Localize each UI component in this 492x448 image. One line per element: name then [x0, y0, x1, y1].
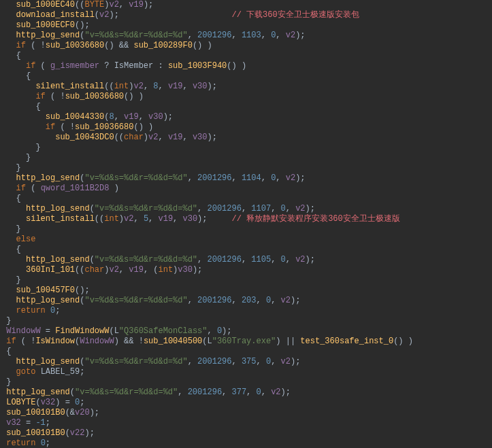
var: v2 [295, 255, 305, 264]
prefix: L [208, 337, 212, 346]
type: char [124, 133, 144, 142]
fn: 360InI_101 [26, 265, 75, 275]
num: 2001296 [197, 357, 231, 366]
str: "v=%d&s=%d&r=%d&d=%d" [84, 357, 187, 366]
num: 203 [242, 296, 257, 305]
num: 1103 [242, 31, 261, 40]
num: 2001296 [207, 204, 241, 213]
var: v2 [271, 387, 280, 397]
var: v2 [286, 31, 295, 40]
var: v19 [124, 112, 139, 122]
var: v2 [109, 265, 118, 275]
kw: if [35, 92, 45, 101]
fn: IsWindow [35, 337, 75, 346]
prefix: L [114, 326, 119, 336]
fn: sub_10043DC0 [55, 133, 114, 142]
type: int [114, 82, 129, 91]
var: v2 [281, 357, 291, 366]
var: v30 [148, 112, 163, 122]
var: v20 [75, 408, 90, 417]
var: WindowW [6, 326, 40, 336]
num: 0 [50, 306, 55, 315]
fn: sub_10036680 [46, 41, 104, 50]
var: v2 [133, 82, 143, 91]
num: 0 [75, 398, 80, 407]
num: 0 [41, 438, 46, 448]
str: "360Tray.exe" [212, 337, 276, 346]
fn: sub_1003F940 [168, 61, 227, 71]
var: qword_1011B2D8 [41, 184, 110, 193]
var: v19 [168, 82, 183, 91]
num: 0 [266, 357, 271, 366]
fn: LOBYTE [6, 398, 35, 407]
var: v2 [124, 214, 133, 224]
var: g_ismember [50, 61, 99, 71]
num: 5 [144, 214, 148, 224]
fn: http_log_send [16, 31, 80, 40]
num: 1105 [251, 255, 271, 264]
num: 0 [271, 31, 276, 40]
num: 8 [153, 82, 158, 91]
fn: sub_10040500 [144, 337, 202, 346]
code-block: sub_1000EC40((BYTE)v2, v19); download_in… [0, 0, 492, 448]
fn: http_log_send [26, 255, 90, 264]
num: 0 [281, 204, 286, 213]
str: "Q360SafeMonClass" [119, 326, 208, 336]
var: v2 [281, 296, 291, 305]
kw: if [46, 122, 55, 132]
var: v22 [70, 428, 85, 438]
fn: http_log_send [16, 296, 80, 305]
ident: IsMember [114, 61, 154, 71]
var: v2 [286, 173, 295, 183]
kw: else [16, 235, 36, 244]
label: LABEL_59 [41, 367, 80, 377]
var: v30 [178, 265, 193, 275]
kw: if [6, 337, 16, 346]
fn: sub_100457F0 [16, 286, 75, 295]
var: v19 [129, 0, 144, 10]
str: "v=%d&s=%d&r=%d&d=%d" [84, 296, 187, 305]
var: v30 [193, 133, 208, 142]
num: 377 [232, 387, 247, 397]
fn: sub_10044330 [46, 112, 104, 122]
var: v32 [6, 418, 21, 428]
fn: sub_10036680 [65, 92, 124, 101]
var: v2 [109, 0, 118, 10]
num: 0 [271, 173, 276, 183]
comment: // 释放静默安装程序安装360安全卫士极速版 [232, 214, 400, 224]
num: 0 [257, 387, 261, 397]
kw: if [16, 41, 26, 50]
fn: http_log_send [16, 173, 80, 183]
type: BYTE [84, 0, 104, 10]
fn: download_install [16, 10, 95, 20]
var: v19 [158, 214, 173, 224]
type: int [158, 265, 173, 275]
str: "v=%d&s=%d&r=%d&d=%d" [84, 173, 187, 183]
var: v19 [129, 265, 144, 275]
type: char [84, 265, 104, 275]
comment: // 下载360安全卫士极速版安装包 [231, 10, 359, 20]
num: 2001296 [197, 296, 231, 305]
fn: sub_10036680 [75, 122, 133, 132]
num: 0 [281, 255, 286, 264]
var: v19 [168, 133, 183, 142]
num: 2001296 [188, 387, 222, 397]
var: v2 [148, 133, 158, 142]
str: "v=%d&s=%d&r=%d&d=%d" [75, 387, 178, 397]
fn: silent_install [26, 214, 95, 224]
num: 1107 [251, 204, 271, 213]
fn: silent_install [35, 82, 104, 91]
num: -1 [35, 418, 45, 428]
var: WindowW [80, 337, 114, 346]
kw: return [16, 306, 46, 315]
fn: http_log_send [26, 204, 90, 213]
num: 2001296 [207, 255, 241, 264]
num: 2001296 [197, 31, 231, 40]
fn: http_log_send [16, 357, 80, 366]
fn: sub_100289F0 [133, 41, 192, 50]
str: "v=%d&s=%d&r=%d&d=%d" [84, 31, 187, 40]
var: v30 [183, 214, 198, 224]
num: 0 [217, 326, 222, 336]
num: 0 [266, 296, 271, 305]
kw: if [26, 61, 35, 71]
